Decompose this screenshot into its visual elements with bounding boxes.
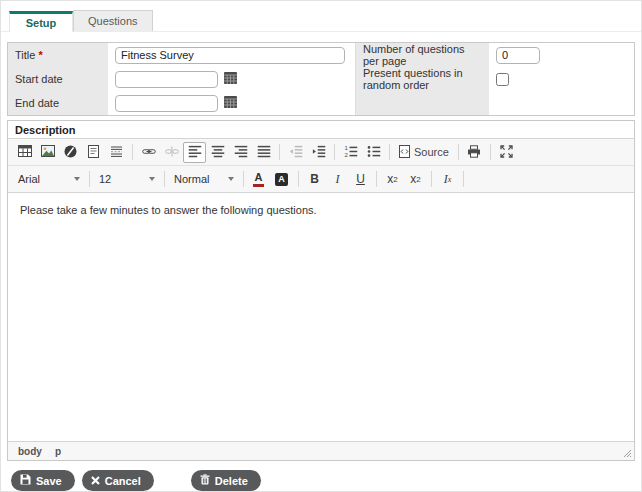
calendar-icon (224, 96, 237, 111)
link-button[interactable] (137, 142, 160, 163)
random-order-checkbox[interactable] (496, 73, 509, 86)
editor-toolbar-row2: Arial 12 Normal A (8, 166, 634, 193)
tab-questions[interactable]: Questions (73, 10, 153, 31)
align-right-button[interactable] (229, 142, 252, 163)
start-date-calendar-button[interactable] (223, 72, 238, 86)
delete-button[interactable]: Delete (191, 470, 261, 491)
insert-image-button[interactable] (36, 142, 59, 163)
paragraph-format-value: Normal (174, 173, 209, 185)
svg-text:2: 2 (344, 152, 348, 158)
maximize-button[interactable] (495, 142, 518, 163)
align-left-icon (188, 145, 202, 160)
flash-icon (64, 145, 77, 160)
align-justify-button[interactable] (252, 142, 275, 163)
description-label: Description (8, 121, 634, 138)
end-date-calendar-button[interactable] (223, 96, 238, 110)
title-input[interactable] (115, 47, 345, 64)
align-center-icon (211, 145, 225, 160)
tab-questions-label: Questions (88, 15, 138, 27)
print-icon (467, 145, 481, 160)
align-left-button[interactable] (183, 142, 206, 163)
delete-button-label: Delete (215, 475, 248, 487)
ordered-list-button[interactable]: 12 (339, 142, 362, 163)
start-date-label: Start date (8, 67, 108, 91)
editor-content[interactable]: Please take a few minutes to answer the … (8, 193, 634, 441)
bold-button[interactable]: B (303, 169, 326, 190)
font-size-value: 12 (99, 173, 111, 185)
insert-table-button[interactable] (13, 142, 36, 163)
indent-button[interactable] (307, 142, 330, 163)
italic-button[interactable]: I (326, 169, 349, 190)
table-icon (18, 145, 32, 159)
cancel-button[interactable]: Cancel (82, 470, 154, 491)
template-icon (88, 145, 99, 160)
save-button-label: Save (36, 475, 62, 487)
editor-paragraph: Please take a few minutes to answer the … (20, 204, 622, 216)
questions-per-page-label: Number of questions per page (355, 43, 489, 67)
action-button-row: Save Cancel Delete (11, 470, 641, 491)
background-color-button[interactable]: A (271, 169, 294, 190)
image-icon (41, 145, 55, 159)
description-section: Description 12 (7, 120, 635, 461)
element-path-body[interactable]: body (18, 446, 42, 457)
editor-status-bar: body p (8, 441, 634, 460)
editor-toolbar-row1: 12 Source (8, 139, 634, 166)
subscript-button[interactable]: x2 (381, 169, 404, 190)
save-button[interactable]: Save (11, 470, 75, 491)
cancel-button-label: Cancel (105, 475, 141, 487)
start-date-input[interactable] (115, 71, 218, 88)
tab-setup-label: Setup (26, 17, 57, 29)
unlink-icon (165, 145, 179, 160)
chevron-down-icon (74, 177, 80, 181)
page-break-button[interactable] (105, 142, 128, 163)
resize-grip-icon[interactable] (622, 448, 632, 458)
flash-button[interactable] (59, 142, 82, 163)
source-button[interactable]: Source (394, 143, 454, 162)
cancel-icon (91, 475, 100, 487)
text-color-icon: A (253, 172, 264, 187)
font-size-dropdown[interactable]: 12 (94, 170, 160, 189)
chevron-down-icon (149, 177, 155, 181)
end-date-label: End date (8, 91, 108, 115)
text-color-button[interactable]: A (248, 169, 271, 190)
title-label: Title * (8, 43, 108, 67)
svg-text:1: 1 (344, 145, 348, 151)
rich-text-editor: 12 Source Arial 12 (8, 138, 634, 460)
random-order-label: Present questions in random order (355, 67, 489, 91)
page-break-icon (110, 145, 123, 160)
remove-format-button[interactable]: Ix (436, 169, 459, 190)
setup-form: Title * Number of questions per page Sta… (7, 42, 635, 116)
source-button-label: Source (414, 146, 449, 158)
required-marker: * (38, 49, 42, 61)
bullet-list-icon (367, 145, 381, 160)
questions-per-page-input[interactable] (496, 47, 540, 64)
tab-bar: Setup Questions (1, 1, 641, 32)
align-right-icon (234, 145, 248, 160)
chevron-down-icon (228, 177, 234, 181)
templates-button[interactable] (82, 142, 105, 163)
survey-setup-page: Setup Questions Title * Number of questi… (0, 0, 642, 492)
align-center-button[interactable] (206, 142, 229, 163)
unlink-button[interactable] (160, 142, 183, 163)
calendar-icon (224, 72, 237, 87)
end-date-input[interactable] (115, 95, 218, 112)
maximize-icon (500, 145, 513, 160)
superscript-button[interactable]: x2 (404, 169, 427, 190)
background-color-icon: A (275, 173, 288, 186)
underline-button[interactable]: U (349, 169, 372, 190)
paragraph-format-dropdown[interactable]: Normal (169, 170, 239, 189)
print-button[interactable] (463, 142, 486, 163)
delete-icon (200, 474, 210, 487)
font-name-dropdown[interactable]: Arial (13, 170, 85, 189)
indent-icon (312, 145, 326, 160)
element-path-p[interactable]: p (55, 446, 61, 457)
ordered-list-icon: 12 (344, 145, 358, 160)
bullet-list-button[interactable] (362, 142, 385, 163)
source-icon (399, 145, 410, 160)
outdent-button[interactable] (284, 142, 307, 163)
align-justify-icon (257, 145, 271, 160)
outdent-icon (289, 145, 303, 160)
save-icon (20, 474, 31, 487)
tab-setup[interactable]: Setup (9, 11, 73, 32)
link-icon (142, 145, 156, 160)
